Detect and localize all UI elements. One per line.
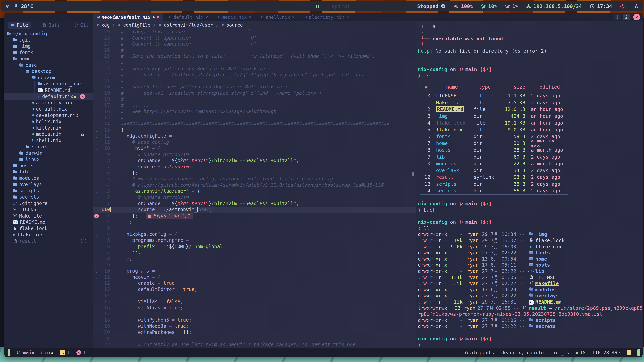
code-line[interactable]: 20# Search file name pattern and Replace… (94, 84, 416, 90)
buffer-tab[interactable]: ❄media.nix× (214, 13, 256, 21)
tree-item-lib[interactable]: lib (4, 169, 93, 175)
tree-item-modules[interactable]: modules (4, 175, 93, 182)
buffer-close-icon[interactable]: × (249, 14, 252, 19)
buffer-tab[interactable]: ❄neovim/default.nix●× (93, 13, 163, 21)
code-line[interactable]: 15# (94, 115, 416, 121)
tree-item-nix-config[interactable]: ~/nix-config (4, 30, 93, 37)
tree-item-home[interactable]: home (4, 56, 93, 62)
code-line[interactable]: 28# Convert to uppercase: `U` (94, 35, 416, 41)
tree-item-.git[interactable]: .git (4, 37, 93, 43)
tree-item-alacritty.nix[interactable]: ❄alacritty.nix (4, 100, 93, 106)
code-line[interactable]: ⌄3 "astronvim/lua/user" = { (94, 188, 416, 194)
code-line[interactable]: 13 defaultEditor = true; (94, 286, 416, 293)
code-line[interactable]: 7 ''; (94, 250, 416, 256)
topbar-item-mem[interactable]: 1% (505, 3, 518, 9)
table-row[interactable]: 10modulesdir22 Ba month ago (419, 160, 569, 167)
tree-item-default.nix[interactable]: ❄default.nix (4, 106, 93, 112)
tree-item-neovim[interactable]: neovim (4, 75, 93, 81)
code-line[interactable]: 2 }; (94, 219, 416, 225)
tree-item-.gitignore[interactable]: .gitignore (4, 200, 93, 207)
code-line[interactable]: 8 onChange = "${pkgs.neovim}/bin/nvim --… (94, 158, 416, 164)
breadcrumb-item[interactable]: configFile (118, 22, 150, 28)
code-line[interactable]: 110 source = ./astronvim_user; (94, 207, 416, 213)
tree-item-default.nix[interactable]: ❄default.nix●✕ (4, 93, 93, 100)
tab-number[interactable]: 2 (622, 14, 630, 20)
buffer-tab[interactable]: ❄shell.nix× (257, 13, 299, 21)
sidebar-tab-bufs[interactable]: Bufs (40, 22, 62, 29)
code-line[interactable]: 26# (94, 47, 416, 53)
code-line[interactable]: 20 extraPackages = []; (94, 329, 416, 336)
table-row[interactable]: 8hostsdir28 Ba month ago (419, 147, 569, 153)
code-line[interactable]: 17# ...... (94, 102, 416, 109)
table-row[interactable]: 4flake.lockfile19.1 KBan hour ago (419, 119, 569, 126)
table-row[interactable]: 14secretsdir56 B2 days ago (419, 187, 569, 194)
code-line[interactable]: 29# Toggle text's case: `~` (94, 29, 416, 35)
table-row[interactable]: 2README.mdfile12.0 KBan hour ago (419, 106, 569, 113)
code-line[interactable]: ⌄13{ (94, 127, 416, 133)
topbar-item-network[interactable]: 192.168.5.100/24 (526, 3, 582, 9)
code-line[interactable]: 25# Save the selected text to a file: `:… (94, 53, 416, 59)
breadcrumb-item[interactable]: xdg (96, 22, 110, 28)
sidebar-tab-git[interactable]: Git (72, 22, 92, 29)
code-line[interactable]: 3 (94, 225, 416, 231)
statusline-error-count[interactable]: ✕1 (76, 350, 86, 356)
table-row[interactable]: 9libdir60 B2 days ago (419, 153, 569, 160)
code-line[interactable]: 7 source = astronvim; (94, 164, 416, 170)
tree-item-hosts[interactable]: hosts (4, 163, 93, 169)
media-pause-icon[interactable] (315, 4, 320, 9)
topbar-item-power[interactable] (620, 4, 627, 9)
table-row[interactable]: 13scriptsdir38 B2 days ago (419, 181, 569, 188)
buffer-close-icon[interactable]: × (206, 14, 208, 19)
tree-item-linux[interactable]: linux (4, 156, 93, 163)
tree-item-helix.nix[interactable]: ❄helix.nix (4, 118, 93, 125)
buffer-close-icon[interactable]: × (346, 14, 349, 19)
code-line[interactable]: 14 (94, 293, 416, 299)
code-line[interactable]: ⌄4 nixpkgs.config = { (94, 231, 416, 238)
table-row[interactable]: 7homedir30 B2 months ago (419, 140, 569, 147)
tree-item-development.nix[interactable]: ❄development.nix (4, 112, 93, 119)
statusline-modified-count[interactable]: ✎1 (60, 350, 70, 356)
table-row[interactable]: 0LICENSEfile1.1 KB2 days ago (419, 92, 569, 99)
close-icon[interactable]: ✕ (80, 94, 85, 99)
code-line[interactable]: ⌄12 xdg.configFile = { (94, 133, 416, 139)
tree-item-desktop[interactable]: desktop (4, 68, 93, 75)
code-line[interactable]: ⌄10 programs = { (94, 268, 416, 274)
topbar-item-job-status[interactable]: Stopped (417, 3, 446, 9)
table-row[interactable]: 3_imgdir424 Ban hour ago (419, 113, 569, 120)
code-line[interactable]: 21# (94, 78, 416, 84)
tabline-close-button[interactable]: ✕ (633, 14, 640, 20)
topbar-item-keyboard-layout[interactable]: A (635, 3, 638, 9)
code-line[interactable]: 11 # base config (94, 139, 416, 145)
code-line[interactable]: 16# See https://astronvim.com/Basic%20Us… (94, 109, 416, 115)
code-line[interactable]: 23# Search key pattern and Replace in Mu… (94, 66, 416, 72)
breadcrumb-item[interactable]: astronvim/lua/user (158, 22, 213, 28)
tree-item-server[interactable]: server (4, 144, 93, 150)
code-line[interactable]: 8 }; (94, 256, 416, 262)
code-line[interactable]: 17 (94, 311, 416, 317)
buffer-close-icon[interactable]: × (292, 14, 295, 19)
tree-item-_img[interactable]: _img (4, 43, 93, 49)
code-line[interactable]: 9 # update AstroNvim (94, 151, 416, 158)
editor-pane[interactable]: xdg❯configFile❯astronvim/lua/user❯source… (94, 21, 416, 348)
tree-item-README.md[interactable]: M↓README.md (4, 87, 93, 93)
table-row[interactable]: 12resultsymlink93 B2 days ago (419, 174, 569, 181)
tree-item-secrets[interactable]: secrets (4, 194, 93, 200)
code-line[interactable]: 2 # update AstroNvim (94, 194, 416, 201)
buffer-tab[interactable]: ❄default.nix× (165, 13, 212, 21)
tree-item-media.nix[interactable]: ❄media.nix (4, 131, 93, 137)
code-line[interactable]: 18 withPython3 = true; (94, 317, 416, 323)
code-line[interactable]: 9 (94, 262, 416, 268)
tree-item-overlays[interactable]: overlays (4, 181, 93, 188)
code-line[interactable]: 19 withNodeJs = true; (94, 323, 416, 330)
code-line[interactable]: 5 # my cusotom astronvim config, astronv… (94, 176, 416, 182)
tab-number[interactable]: 1 (614, 14, 621, 20)
code-line[interactable]: 19# sed -ri "s/pattern_str/replace_str/g… (94, 90, 416, 96)
code-line[interactable]: 21 (94, 336, 416, 342)
code-line[interactable]: 14######################################… (94, 121, 416, 127)
code-line[interactable]: 1 onChange = "${pkgs.neovim}/bin/nvim --… (94, 201, 416, 207)
tree-item-base[interactable]: base (4, 62, 93, 68)
code-line[interactable]: 6 }; (94, 170, 416, 176)
code-line[interactable]: 16 vimAlias = true; (94, 305, 416, 311)
code-line[interactable]: ⌄11 neovim = { (94, 274, 416, 280)
nixos-logo-icon[interactable]: ❄ (6, 3, 9, 9)
